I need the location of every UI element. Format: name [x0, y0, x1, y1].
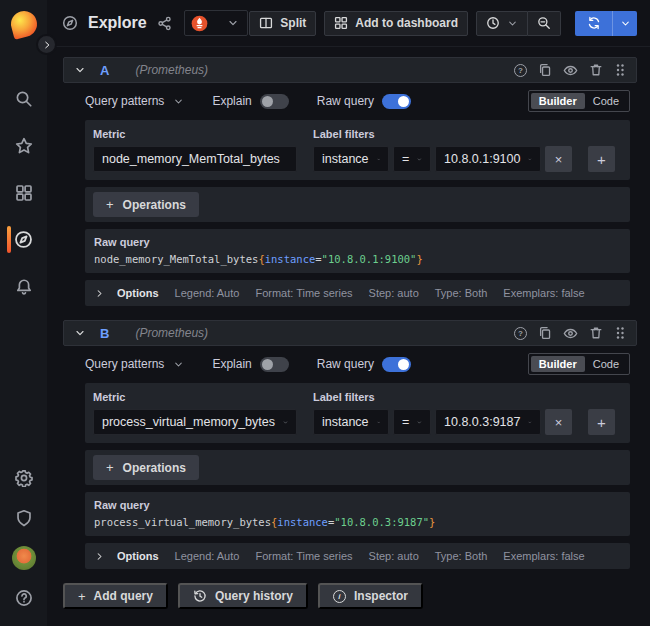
share-icon[interactable]	[157, 16, 172, 31]
query-patterns-dropdown[interactable]: Query patterns	[85, 94, 184, 108]
query-ref-id: B	[100, 326, 109, 341]
sidebar-item-search[interactable]	[0, 75, 47, 122]
add-query-button[interactable]: + Add query	[63, 583, 168, 609]
disable-query-eye-icon[interactable]	[563, 63, 578, 78]
options-collapse-row[interactable]: Options Legend: Auto Format: Time series…	[85, 280, 630, 306]
add-filter-button[interactable]: +	[588, 146, 615, 172]
raw-label-name: instance	[277, 516, 328, 528]
filter-key-value: instance	[322, 415, 369, 429]
sidebar-item-alerting[interactable]	[0, 263, 47, 310]
datasource-help-icon[interactable]: ?	[514, 64, 527, 77]
filter-key-select[interactable]: instance	[313, 409, 389, 435]
options-collapse-row[interactable]: Options Legend: Auto Format: Time series…	[85, 543, 630, 569]
drag-handle-grip-icon[interactable]	[614, 326, 626, 340]
metric-select[interactable]: process_virtual_memory_bytes	[93, 409, 297, 435]
filter-operator-select[interactable]: =	[393, 409, 431, 435]
filter-key-select[interactable]: instance	[313, 146, 389, 172]
sidebar-item-profile[interactable]	[0, 538, 47, 578]
raw-query-toggle[interactable]	[382, 357, 411, 372]
topbar: Explore Split Add to dashboard	[47, 0, 650, 47]
plus-icon: +	[106, 197, 114, 212]
builder-mode-button[interactable]: Builder	[531, 93, 585, 109]
options-title: Options	[117, 287, 159, 299]
clock-icon	[486, 16, 500, 30]
filter-operator-select[interactable]: =	[393, 146, 431, 172]
duplicate-query-icon[interactable]	[538, 326, 552, 340]
remove-query-trash-icon[interactable]	[589, 63, 603, 77]
duplicate-query-icon[interactable]	[538, 63, 552, 77]
inspector-button[interactable]: i Inspector	[318, 583, 423, 609]
split-button[interactable]: Split	[249, 11, 316, 36]
explore-content: A (Prometheus) ? Qu	[47, 47, 650, 626]
chevron-down-icon	[227, 17, 239, 29]
metric-label: Metric	[93, 391, 297, 403]
raw-query-expression: process_virtual_memory_bytes{instance="1…	[94, 516, 621, 528]
raw-string-value: "10.8.0.1:9100"	[322, 253, 417, 265]
explore-compass-icon	[62, 15, 78, 31]
drag-handle-grip-icon[interactable]	[614, 63, 626, 77]
builder-mode-button[interactable]: Builder	[531, 356, 585, 372]
chevron-right-icon	[94, 551, 105, 562]
label-filters-label: Label filters	[313, 391, 615, 403]
sidebar-expand-button[interactable]	[36, 34, 57, 55]
collapse-chevron-icon[interactable]	[74, 327, 86, 339]
remove-filter-button[interactable]: ×	[545, 409, 572, 435]
code-mode-button[interactable]: Code	[585, 356, 627, 372]
add-operation-button[interactable]: + Operations	[93, 455, 199, 480]
sidebar-item-explore[interactable]	[0, 216, 47, 263]
remove-filter-button[interactable]: ×	[545, 146, 572, 172]
page-title: Explore	[88, 14, 147, 32]
plus-icon: +	[106, 460, 114, 475]
raw-metric: node_memory_MemTotal_bytes	[94, 253, 258, 265]
remove-query-trash-icon[interactable]	[589, 326, 603, 340]
user-avatar	[12, 546, 36, 570]
raw-query-expression: node_memory_MemTotal_bytes{instance="10.…	[94, 253, 621, 265]
split-icon	[259, 16, 273, 30]
raw-query-toggle[interactable]	[382, 94, 411, 109]
sidebar-item-dashboards[interactable]	[0, 169, 47, 216]
add-filter-button[interactable]: +	[588, 409, 615, 435]
metric-value: node_memory_MemTotal_bytes	[102, 152, 280, 166]
query-header-a[interactable]: A (Prometheus) ?	[63, 57, 637, 83]
prometheus-icon	[191, 15, 208, 32]
filter-value-select[interactable]: 10.8.0.1:9100	[435, 146, 541, 172]
explain-toggle[interactable]	[260, 357, 289, 372]
collapse-chevron-icon[interactable]	[74, 64, 86, 76]
raw-metric: process_virtual_memory_bytes	[94, 516, 271, 528]
history-icon	[193, 589, 207, 603]
info-icon: i	[333, 590, 346, 603]
zoom-out-button[interactable]	[528, 11, 561, 36]
datasource-picker[interactable]	[184, 10, 248, 36]
query-header-b[interactable]: B (Prometheus) ?	[63, 320, 637, 346]
metric-value: process_virtual_memory_bytes	[102, 415, 275, 429]
query-patterns-dropdown[interactable]: Query patterns	[85, 357, 184, 371]
refresh-interval-dropdown[interactable]	[612, 11, 637, 36]
sidebar-item-help[interactable]	[0, 578, 47, 618]
query-history-label: Query history	[215, 589, 293, 603]
query-history-button[interactable]: Query history	[178, 583, 308, 609]
option-exemplars: Exemplars: false	[503, 287, 584, 299]
star-icon	[15, 137, 33, 155]
grafana-logo-icon	[8, 8, 40, 40]
run-query-button[interactable]	[575, 11, 612, 36]
add-to-dashboard-button[interactable]: Add to dashboard	[324, 11, 468, 36]
query-datasource-label: (Prometheus)	[135, 326, 208, 340]
sidebar-item-configuration[interactable]	[0, 458, 47, 498]
refresh-button-group	[575, 11, 637, 36]
chevron-right-icon	[94, 288, 105, 299]
metric-select[interactable]: node_memory_MemTotal_bytes	[93, 146, 297, 172]
option-format: Format: Time series	[255, 550, 352, 562]
option-step: Step: auto	[369, 287, 419, 299]
explain-toggle[interactable]	[260, 94, 289, 109]
sidebar-item-server-admin[interactable]	[0, 498, 47, 538]
disable-query-eye-icon[interactable]	[563, 326, 578, 341]
explain-label: Explain	[212, 357, 251, 371]
datasource-help-icon[interactable]: ?	[514, 327, 527, 340]
label-filters-label: Label filters	[313, 128, 615, 140]
operations-label: Operations	[123, 198, 186, 212]
sidebar-item-starred[interactable]	[0, 122, 47, 169]
filter-value-select[interactable]: 10.8.0.3:9187	[435, 409, 541, 435]
add-operation-button[interactable]: + Operations	[93, 192, 199, 217]
code-mode-button[interactable]: Code	[585, 93, 627, 109]
time-range-picker[interactable]	[476, 11, 528, 36]
